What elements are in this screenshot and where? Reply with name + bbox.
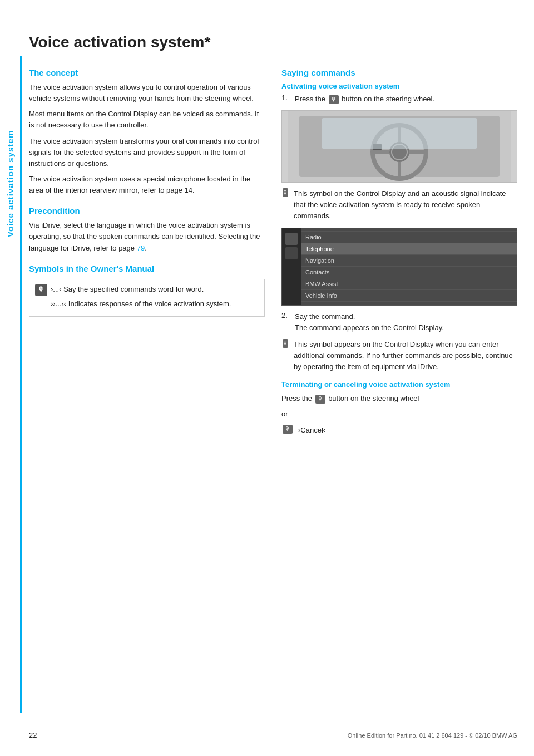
terminating-section: Terminating or canceling voice activatio… xyxy=(281,380,517,435)
step-2-symbol-row: 🎙 This symbol appears on the Control Dis… xyxy=(281,339,517,372)
symbol-2-text: ››...‹‹ Indicates responses of the voice… xyxy=(51,298,231,310)
svg-rect-10 xyxy=(322,118,477,149)
menu-icon-mid xyxy=(285,247,298,259)
mic-symbol-icon-4: 🎙 xyxy=(283,425,293,434)
terminating-cancel-row: 🎙 ›Cancel‹ xyxy=(281,425,517,436)
menu-item-navigation: Navigation xyxy=(301,255,517,267)
step-1-num: 1. xyxy=(281,94,290,102)
mic-symbol-icon-3: 🎙 xyxy=(315,395,325,404)
precondition-heading: Precondition xyxy=(29,206,265,215)
right-column: Saying commands Activating voice activat… xyxy=(281,68,517,441)
symbol-caption-row: 🎙 This symbol on the Control Display and… xyxy=(281,188,517,222)
page-link-79[interactable]: 79 xyxy=(137,244,145,252)
symbol-box: 🎙 ›...‹ Say the specified commands word … xyxy=(29,279,265,317)
symbols-heading: Symbols in the Owner's Manual xyxy=(29,264,265,273)
step-2-symbol-text: This symbol appears on the Control Displ… xyxy=(294,339,517,372)
symbol-row-1: 🎙 ›...‹ Say the specified commands word … xyxy=(35,284,259,296)
symbol-caption-text: This symbol on the Control Display and a… xyxy=(294,188,517,222)
precondition-text: Via iDrive, select the language in which… xyxy=(29,220,265,253)
concept-para-2: Most menu items on the Control Display c… xyxy=(29,109,265,131)
menu-sidebar xyxy=(282,228,301,305)
step-2-text: Say the command.The command appears on t… xyxy=(295,311,444,333)
mic-symbol-icon-1: 🎙 xyxy=(283,188,288,197)
menu-image: CD/Multimedia Radio Telephone Navigation… xyxy=(281,228,517,306)
page-footer: 22 Online Edition for Part no. 01 41 2 6… xyxy=(29,731,517,739)
terminating-cancel-text: ›Cancel‹ xyxy=(298,425,325,436)
steering-wheel-mic-icon: 🎙 xyxy=(329,95,339,104)
menu-list: CD/Multimedia Radio Telephone Navigation… xyxy=(301,228,517,305)
menu-item-bmw-assist: BMW Assist xyxy=(301,278,517,290)
terminating-or: or xyxy=(281,409,517,420)
step-1-row: 1. Press the 🎙 button on the steering wh… xyxy=(281,94,517,105)
mic-symbol-icon-2: 🎙 xyxy=(283,339,288,348)
step-1-text: Press the 🎙 button on the steering wheel… xyxy=(295,94,434,105)
symbol-row-2: ››...‹‹ Indicates responses of the voice… xyxy=(35,298,259,310)
concept-para-4: The voice activation system uses a speci… xyxy=(29,174,265,196)
left-column: The concept The voice activation system … xyxy=(29,68,265,441)
menu-icon-top xyxy=(285,233,298,245)
saying-commands-heading: Saying commands xyxy=(281,68,517,77)
footer-line xyxy=(47,735,343,735)
step-2-row: 2. Say the command.The command appears o… xyxy=(281,311,517,333)
left-border-accent xyxy=(20,56,22,713)
activating-heading: Activating voice activation system xyxy=(281,82,517,90)
page-number: 22 xyxy=(29,731,37,739)
menu-item-cd: CD/Multimedia xyxy=(301,228,517,232)
page-title: Voice activation system* xyxy=(29,33,517,51)
concept-para-1: The voice activation system allows you t… xyxy=(29,82,265,104)
sidebar-label: Voice activation system xyxy=(0,67,20,301)
steering-wheel-image xyxy=(281,110,517,183)
step-2-num: 2. xyxy=(281,311,290,320)
menu-item-settings: Settings xyxy=(301,302,517,306)
concept-heading: The concept xyxy=(29,68,265,77)
mic-icon-1: 🎙 xyxy=(35,284,47,296)
terminating-text: Press the 🎙 button on the steering wheel xyxy=(281,393,517,404)
concept-para-3: The voice activation system transforms y… xyxy=(29,136,265,169)
terminating-heading: Terminating or canceling voice activatio… xyxy=(281,380,517,389)
menu-item-contacts: Contacts xyxy=(301,267,517,278)
symbol-1-text: ›...‹ Say the specified commands word fo… xyxy=(51,284,204,296)
menu-item-radio: Radio xyxy=(301,232,517,243)
menu-item-vehicle-info: Vehicle Info xyxy=(301,290,517,302)
menu-item-telephone: Telephone xyxy=(301,243,517,255)
footer-text: Online Edition for Part no. 01 41 2 604 … xyxy=(348,732,517,739)
